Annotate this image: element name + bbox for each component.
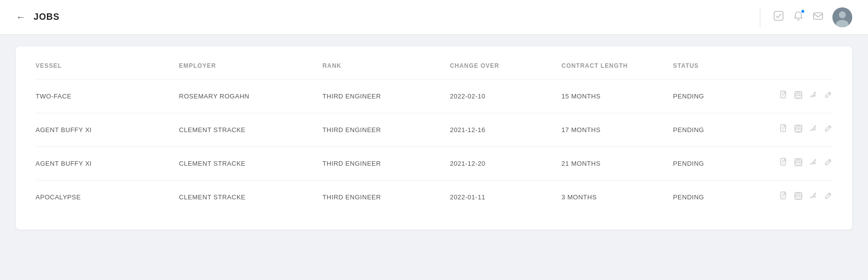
jobs-table: VESSEL EMPLOYER RANK CHANGE OVER CONTRAC… (36, 62, 832, 214)
cell-rank: THIRD ENGINEER (323, 181, 450, 214)
svg-rect-0 (774, 11, 783, 20)
cell-status: PENDING (673, 147, 769, 181)
svg-rect-1 (814, 13, 823, 19)
svg-point-19 (797, 194, 800, 197)
svg-point-15 (797, 160, 800, 163)
table-row: AGENT BUFFY XICLEMENT STRACKETHIRD ENGIN… (36, 147, 832, 181)
edit-icon[interactable] (824, 91, 832, 102)
cell-changeover: 2021-12-20 (450, 147, 562, 181)
actions-group (769, 91, 832, 102)
notification-dot (800, 9, 805, 14)
passport-icon[interactable] (794, 158, 803, 169)
checkmark-icon[interactable] (773, 10, 784, 24)
passport-icon[interactable] (794, 91, 803, 102)
edit-icon[interactable] (824, 124, 832, 136)
table-header: VESSEL EMPLOYER RANK CHANGE OVER CONTRAC… (36, 62, 832, 80)
cell-employer: ROSEMARY ROGAHN (179, 80, 322, 113)
flight-icon[interactable] (809, 191, 818, 203)
cell-actions (769, 113, 832, 147)
header-right (760, 7, 852, 27)
actions-group (769, 158, 832, 169)
cell-employer: CLEMENT STRACKE (179, 147, 322, 181)
cell-status: PENDING (673, 113, 769, 147)
svg-point-11 (797, 127, 800, 130)
document-icon[interactable] (779, 191, 788, 203)
jobs-card: VESSEL EMPLOYER RANK CHANGE OVER CONTRAC… (16, 47, 852, 230)
cell-changeover: 2022-01-11 (450, 181, 562, 214)
back-button[interactable]: ← (16, 11, 26, 23)
flight-icon[interactable] (809, 158, 818, 169)
avatar[interactable] (832, 7, 852, 27)
table-row: TWO-FACEROSEMARY ROGAHNTHIRD ENGINEER202… (36, 80, 832, 113)
col-header-vessel: VESSEL (36, 62, 179, 80)
cell-actions (769, 80, 832, 113)
flight-icon[interactable] (809, 124, 818, 136)
edit-icon[interactable] (824, 191, 832, 203)
table-row: AGENT BUFFY XICLEMENT STRACKETHIRD ENGIN… (36, 113, 832, 147)
header-left: ← JOBS (16, 11, 760, 23)
col-header-actions (769, 62, 832, 80)
table-body: TWO-FACEROSEMARY ROGAHNTHIRD ENGINEER202… (36, 80, 832, 214)
cell-changeover: 2021-12-16 (450, 113, 562, 147)
cell-contract_length: 3 MONTHS (562, 181, 673, 214)
cell-employer: CLEMENT STRACKE (179, 113, 322, 147)
cell-vessel: AGENT BUFFY XI (36, 147, 179, 181)
col-header-changeover: CHANGE OVER (450, 62, 562, 80)
cell-contract_length: 21 MONTHS (562, 147, 673, 181)
table-row: APOCALYPSECLEMENT STRACKETHIRD ENGINEER2… (36, 181, 832, 214)
passport-icon[interactable] (794, 191, 803, 203)
cell-vessel: TWO-FACE (36, 80, 179, 113)
cell-vessel: APOCALYPSE (36, 181, 179, 214)
cell-rank: THIRD ENGINEER (323, 80, 450, 113)
col-header-contract: CONTRACT LENGTH (562, 62, 673, 80)
mail-icon[interactable] (813, 10, 824, 24)
cell-rank: THIRD ENGINEER (323, 113, 450, 147)
back-arrow-icon: ← (16, 11, 26, 23)
cell-vessel: AGENT BUFFY XI (36, 113, 179, 147)
svg-point-7 (797, 93, 800, 96)
page-header: ← JOBS (0, 0, 868, 35)
document-icon[interactable] (779, 91, 788, 102)
edit-icon[interactable] (824, 158, 832, 169)
svg-point-3 (839, 11, 846, 18)
flight-icon[interactable] (809, 91, 818, 102)
col-header-status: STATUS (673, 62, 769, 80)
col-header-employer: EMPLOYER (179, 62, 322, 80)
actions-group (769, 191, 832, 203)
page-title: JOBS (34, 12, 60, 22)
cell-contract_length: 17 MONTHS (562, 113, 673, 147)
bell-icon[interactable] (793, 10, 804, 24)
cell-status: PENDING (673, 181, 769, 214)
header-divider (760, 7, 760, 27)
document-icon[interactable] (779, 124, 788, 136)
document-icon[interactable] (779, 158, 788, 169)
cell-changeover: 2022-02-10 (450, 80, 562, 113)
cell-contract_length: 15 MONTHS (562, 80, 673, 113)
cell-rank: THIRD ENGINEER (323, 147, 450, 181)
col-header-rank: RANK (323, 62, 450, 80)
cell-status: PENDING (673, 80, 769, 113)
passport-icon[interactable] (794, 124, 803, 136)
cell-employer: CLEMENT STRACKE (179, 181, 322, 214)
cell-actions (769, 181, 832, 214)
main-content: VESSEL EMPLOYER RANK CHANGE OVER CONTRAC… (0, 35, 868, 241)
actions-group (769, 124, 832, 136)
cell-actions (769, 147, 832, 181)
